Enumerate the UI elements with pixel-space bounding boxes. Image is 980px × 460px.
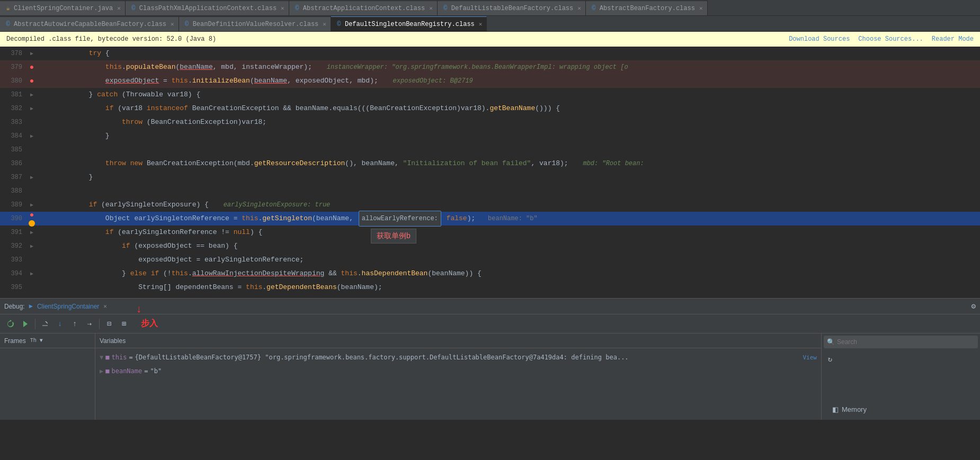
run-to-cursor-button[interactable]: ⇢ [83, 318, 96, 330]
tab-client-spring-container[interactable]: ☕ ClientSpringContainer.java ✕ [0, 1, 126, 15]
code-line-382: 382 ▶ if (var18 instanceof BeanCreationE… [0, 102, 980, 115]
hint-386: mbd: "Root bean: [583, 160, 644, 167]
fold-387: ▶ [30, 174, 33, 181]
bp-379[interactable]: ● [30, 63, 34, 71]
gutter-379: ● [26, 63, 37, 71]
gutter-378: ▶ [26, 50, 37, 57]
debug-session-close[interactable]: ✕ [103, 303, 107, 310]
refresh-icon[interactable]: ↻ [824, 353, 836, 365]
evaluate-button[interactable]: ⊟ [103, 318, 115, 330]
fold-392: ▶ [30, 243, 33, 249]
line-num-386: 386 [0, 157, 26, 170]
var-expand-this[interactable]: ▼ [100, 354, 103, 361]
fold-391: ▶ [30, 229, 33, 236]
tab-bar-top: ☕ ClientSpringContainer.java ✕ © ClassPa… [0, 0, 980, 16]
line-num-384: 384 [0, 129, 26, 143]
tab-default-singleton[interactable]: © DefaultSingletonBeanRegistry.class ✕ [331, 16, 487, 31]
var-view-this[interactable]: View [803, 354, 817, 361]
fold-382: ▶ [30, 105, 33, 112]
step-into-button[interactable]: ↓ [54, 318, 66, 330]
gutter-392: ▶ [26, 243, 37, 249]
bp-390[interactable]: ● [30, 211, 34, 219]
tab-abstract-bean-factory[interactable]: © AbstractBeanFactory.class ✕ [586, 1, 708, 15]
line-num-381: 381 [0, 88, 26, 102]
line-num-388: 388 [0, 184, 26, 198]
class-icon-3: © [442, 5, 449, 12]
tab-close-6[interactable]: ✕ [323, 21, 326, 28]
tab-close-4[interactable]: ✕ [699, 5, 703, 12]
gutter-394: ▶ [26, 270, 37, 277]
class-icon-4: © [590, 5, 598, 12]
debug-panel: Debug: ▶ ClientSpringContainer ✕ ⚙ ↓ ↑ ⇢ [0, 298, 980, 420]
tab-close-7[interactable]: ✕ [479, 21, 483, 28]
fold-394: ▶ [30, 270, 33, 277]
debug-icon: ▶ [29, 302, 33, 310]
tab-classpathxml[interactable]: © ClassPathXmlApplicationContext.class ✕ [126, 1, 289, 15]
var-row-this: ▼ ■ this = {DefaultListableBeanFactory@1… [95, 350, 821, 364]
tab-close-1[interactable]: ✕ [281, 5, 284, 12]
download-sources-link[interactable]: Download Sources [789, 35, 850, 43]
code-line-394: 394 ▶ } else if (!this.allowRawInjection… [0, 267, 980, 281]
debug-settings-icon[interactable]: ⚙ [972, 302, 976, 311]
line-content-394: } else if (!this.allowRawInjectionDespit… [37, 267, 980, 281]
step-out-button[interactable]: ↑ [68, 318, 81, 330]
choose-sources-link[interactable]: Choose Sources... [858, 35, 923, 43]
line-num-391: 391 [0, 226, 26, 239]
line-content-392: if (exposedObject == bean) { [37, 239, 980, 253]
hint-390: beanName: "b" [488, 215, 538, 222]
code-line-396: 396 Set<String> actualDependentBeans = n… [0, 294, 980, 298]
tooltip-allow-early: allowEarlyReference: [359, 211, 441, 227]
step-over-button[interactable] [39, 318, 51, 330]
tab-default-listable[interactable]: © DefaultListableBeanFactory.class ✕ [438, 1, 586, 15]
class-icon-2: © [293, 5, 301, 12]
code-line-391: 391 ▶ if (earlySingletonReference != nul… [0, 226, 980, 239]
code-line-393: 393 exposedObject = earlySingletonRefere… [0, 253, 980, 267]
frames-button[interactable]: ⊞ [118, 318, 130, 330]
debug-header-left: Debug: ▶ ClientSpringContainer ✕ [4, 302, 107, 310]
tab-close-3[interactable]: ✕ [577, 5, 581, 12]
memory-label: Memory [842, 405, 867, 413]
var-val-beanname: "b" [150, 367, 162, 375]
tab-close-2[interactable]: ✕ [429, 5, 433, 12]
info-bar: Decompiled .class file, bytecode version… [0, 32, 980, 47]
line-content-391: if (earlySingletonReference != null) { [37, 226, 980, 239]
tab-close-0[interactable]: ✕ [117, 5, 121, 12]
code-line-381: 381 ▶ } catch (Throwable var18) { [0, 88, 980, 102]
memory-button[interactable]: ◧ Memory [826, 403, 976, 416]
gutter-390: ● [26, 211, 37, 227]
line-num-392: 392 [0, 239, 26, 253]
step-label-container: ↓ 步入 [141, 318, 158, 329]
bp-380[interactable]: ● [30, 77, 34, 85]
svg-marker-0 [10, 320, 12, 321]
tab-bean-def-value[interactable]: © BeanDefinitionValueResolver.class ✕ [179, 16, 331, 31]
var-icon-beanname: ■ [105, 367, 109, 375]
line-content-389: if (earlySingletonExposure) { earlySingl… [37, 198, 980, 212]
variables-header: Variables [95, 333, 821, 348]
svg-marker-1 [23, 321, 28, 327]
tab-close-5[interactable]: ✕ [171, 21, 174, 28]
tab-abstract-autowire[interactable]: © AbstractAutowireCapableBeanFactory.cla… [0, 16, 179, 31]
resume-button[interactable] [19, 318, 32, 330]
tab-abstract-app-context[interactable]: © AbstractApplicationContext.class ✕ [289, 1, 438, 15]
line-content-380: exposedObject = this.initializeBean(bean… [37, 74, 980, 88]
line-content-393: exposedObject = earlySingletonReference; [37, 253, 980, 267]
code-line-390: 390 ● Object earlySingletonReference = t… [0, 212, 980, 226]
step-arrow-icon: ↓ [136, 303, 142, 315]
code-line-388: 388 [0, 184, 980, 198]
reader-mode-link[interactable]: Reader Mode [932, 35, 974, 43]
code-line-395: 395 String[] dependentBeans = this.getDe… [0, 281, 980, 294]
line-content-384: } [37, 129, 980, 143]
debug-session[interactable]: ClientSpringContainer [37, 303, 99, 310]
class-icon-5: © [4, 21, 12, 28]
java-icon: ☕ [4, 5, 12, 12]
restart-button[interactable] [4, 318, 17, 330]
gutter-384: ▶ [26, 133, 37, 139]
code-line-387: 387 ▶ } [0, 170, 980, 184]
threads-dropdown[interactable]: Th ▼ [30, 338, 43, 344]
search-input[interactable] [837, 338, 975, 346]
fold-384: ▶ [30, 133, 33, 139]
code-line-379: 379 ● this.populateBean(beanName, mbd, i… [0, 60, 980, 74]
var-name-this: this [111, 354, 127, 361]
var-expand-beanname[interactable]: ▶ [100, 367, 103, 375]
class-icon-6: © [183, 21, 191, 28]
